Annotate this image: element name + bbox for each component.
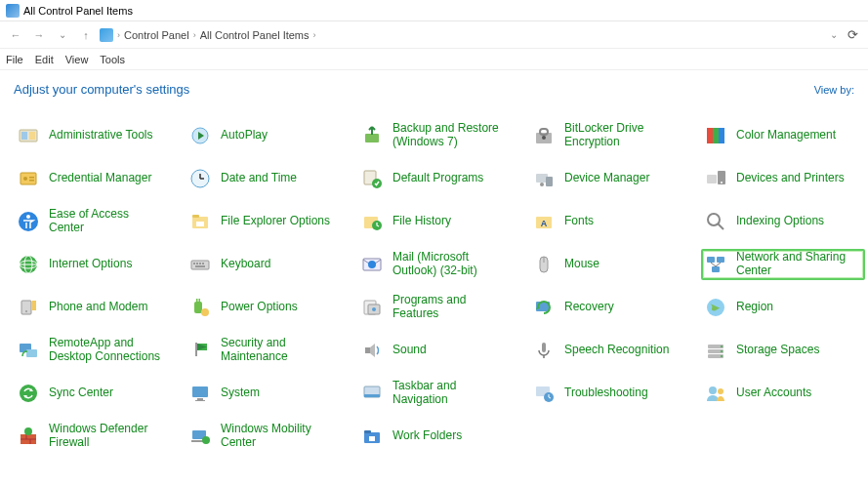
chevron-icon: › (193, 30, 196, 40)
cpl-item-admin[interactable]: Administrative Tools (14, 120, 178, 151)
forward-button[interactable]: → (29, 25, 49, 45)
cpl-item-label: Mouse (564, 258, 599, 271)
ease-icon (16, 209, 41, 234)
cpl-item-filehist[interactable]: File History (357, 206, 521, 237)
nav-row: ← → ⌄ ↑ › Control Panel › All Control Pa… (0, 21, 868, 49)
cpl-item-ease[interactable]: Ease of Access Center (14, 206, 178, 237)
workfolders-icon (359, 424, 385, 449)
cpl-item-label: RemoteApp and Desktop Connections (49, 337, 166, 364)
datetime-icon (187, 166, 213, 191)
cpl-item-taskbar[interactable]: Taskbar and Navigation (357, 378, 521, 409)
cpl-item-fonts[interactable]: AFonts (529, 206, 693, 237)
svg-text:A: A (541, 219, 548, 228)
taskbar-icon (359, 381, 385, 406)
svg-point-23 (540, 183, 544, 186)
cpl-item-autoplay[interactable]: AutoPlay (186, 120, 350, 151)
cpl-item-defaults[interactable]: Default Programs (357, 163, 521, 194)
cpl-item-indexing[interactable]: Indexing Options (701, 206, 865, 237)
cpl-item-mail[interactable]: Mail (Microsoft Outlook) (32-bit) (357, 249, 521, 280)
cpl-item-datetime[interactable]: Date and Time (186, 163, 350, 194)
svg-rect-60 (194, 302, 202, 313)
cpl-item-internet[interactable]: Internet Options (14, 249, 178, 280)
cpl-item-speech[interactable]: Speech Recognition (529, 335, 693, 366)
svg-point-28 (26, 215, 30, 219)
svg-rect-104 (364, 430, 371, 433)
svg-point-13 (23, 177, 27, 181)
menu-file[interactable]: File (6, 54, 23, 65)
history-dropdown[interactable]: ⌄ (53, 25, 72, 45)
refresh-button[interactable]: ⟳ (847, 27, 858, 42)
cpl-item-backup[interactable]: Backup and Restore (Windows 7) (357, 120, 521, 151)
cpl-item-devices[interactable]: Devices and Printers (701, 163, 865, 194)
cpl-item-recovery[interactable]: Recovery (529, 292, 693, 323)
cpl-item-keyboard[interactable]: Keyboard (186, 249, 350, 280)
cpl-item-label: Region (736, 301, 773, 314)
cpl-item-label: User Accounts (736, 386, 811, 400)
cpl-item-sync[interactable]: Sync Center (14, 378, 178, 409)
menu-tools[interactable]: Tools (100, 54, 125, 65)
programs-icon (359, 295, 385, 320)
menu-view[interactable]: View (65, 54, 89, 65)
svg-rect-42 (191, 261, 209, 269)
admin-icon (16, 123, 41, 148)
svg-rect-31 (196, 222, 204, 226)
cpl-item-security[interactable]: Security and Maintenance (186, 335, 350, 366)
troubleshoot-icon (531, 381, 557, 406)
cpl-item-mouse[interactable]: Mouse (529, 249, 693, 280)
svg-rect-90 (364, 394, 380, 397)
svg-rect-58 (32, 301, 36, 310)
svg-rect-30 (192, 215, 199, 218)
cpl-item-power[interactable]: Power Options (186, 292, 350, 323)
cpl-item-programs[interactable]: Programs and Features (357, 292, 521, 323)
backup-icon (359, 123, 385, 148)
cpl-item-color[interactable]: Color Management (701, 120, 865, 151)
cpl-item-credential[interactable]: Credential Manager (14, 163, 178, 194)
firewall-icon (16, 424, 41, 449)
svg-line-55 (711, 263, 716, 266)
cpl-item-devicemgr[interactable]: Device Manager (529, 163, 693, 194)
svg-point-49 (368, 261, 376, 268)
cpl-item-bitlocker[interactable]: BitLocker Drive Encryption (529, 120, 693, 151)
cpl-item-remote[interactable]: RemoteApp and Desktop Connections (14, 335, 178, 366)
svg-rect-73 (365, 347, 370, 353)
cpl-item-network[interactable]: Network and Sharing Center (701, 249, 865, 280)
cpl-item-troubleshoot[interactable]: Troubleshooting (529, 378, 693, 409)
address-dropdown[interactable]: ⌄ (830, 29, 838, 40)
cpl-item-sound[interactable]: Sound (357, 335, 521, 366)
back-button[interactable]: ← (6, 25, 25, 45)
breadcrumb-item[interactable]: All Control Panel Items (200, 29, 310, 41)
breadcrumb[interactable]: › Control Panel › All Control Panel Item… (117, 29, 826, 41)
defaults-icon (359, 166, 385, 191)
svg-rect-47 (195, 265, 205, 267)
storage-icon (703, 338, 728, 363)
svg-rect-10 (713, 128, 719, 143)
recovery-icon (531, 295, 557, 320)
security-icon (187, 338, 213, 363)
cpl-item-storage[interactable]: Storage Spaces (701, 335, 865, 366)
view-by-label[interactable]: View by: (814, 84, 854, 96)
cpl-item-system[interactable]: System (186, 378, 350, 409)
menu-edit[interactable]: Edit (35, 54, 54, 65)
svg-rect-87 (197, 398, 203, 400)
cpl-item-workfolders[interactable]: Work Folders (357, 421, 521, 452)
svg-point-66 (372, 307, 376, 311)
cpl-item-label: Windows Mobility Center (221, 423, 338, 450)
color-icon (703, 123, 728, 148)
cpl-item-label: File History (393, 215, 451, 228)
svg-rect-105 (369, 436, 375, 441)
cpl-item-label: Ease of Access Center (49, 208, 166, 235)
cpl-item-mobility[interactable]: Windows Mobility Center (186, 421, 350, 452)
cpl-item-phone[interactable]: Phone and Modem (14, 292, 178, 323)
cpl-item-firewall[interactable]: Windows Defender Firewall (14, 421, 178, 452)
breadcrumb-item[interactable]: Control Panel (124, 29, 189, 41)
cpl-item-region[interactable]: Region (701, 292, 865, 323)
cpl-item-label: Indexing Options (736, 215, 824, 228)
up-button[interactable]: ↑ (76, 25, 96, 45)
cpl-item-users[interactable]: User Accounts (701, 378, 865, 409)
cpl-item-explorer[interactable]: File Explorer Options (186, 206, 350, 237)
svg-point-94 (718, 388, 723, 394)
internet-icon (16, 252, 41, 277)
svg-rect-12 (21, 173, 36, 184)
svg-rect-45 (199, 263, 201, 264)
cpl-item-label: Speech Recognition (564, 344, 669, 357)
